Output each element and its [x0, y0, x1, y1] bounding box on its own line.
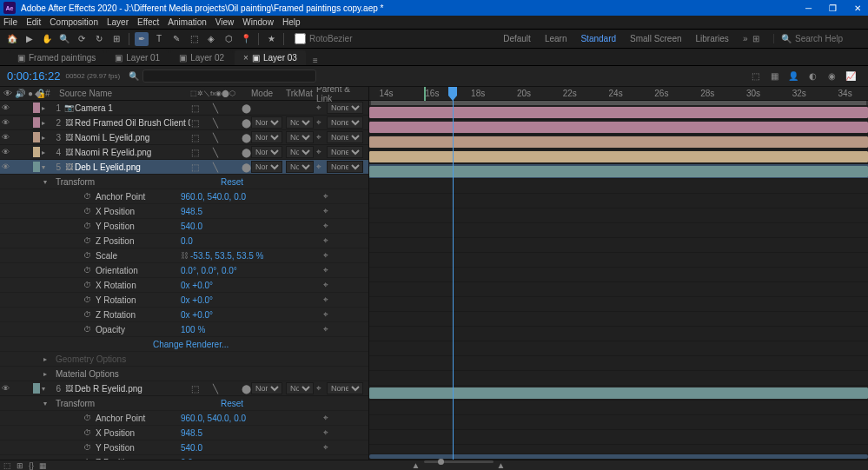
visibility-toggle[interactable]: 👁	[2, 384, 10, 393]
help-search-input[interactable]	[795, 34, 865, 43]
rotation-tool[interactable]: ↻	[92, 32, 106, 46]
source-name-header[interactable]: Source Name	[56, 89, 190, 98]
property-value[interactable]: 0.0	[181, 236, 323, 246]
geometry-group[interactable]: Geometry Options	[52, 354, 368, 364]
change-renderer-link[interactable]: Change Renderer...	[153, 340, 368, 349]
tab-framed-paintings[interactable]: ▣Framed paintings	[9, 50, 104, 65]
timeline-zoom-slider[interactable]: ▲ ▲	[52, 460, 865, 470]
pickwhip-icon[interactable]: ⌖	[316, 383, 325, 394]
selection-tool[interactable]: ▶	[23, 32, 36, 46]
tab-layer-03[interactable]: ×▣Layer 03	[235, 50, 306, 65]
menu-animation[interactable]: Animation	[168, 17, 206, 27]
pen-tool[interactable]: ✒	[135, 32, 149, 46]
timeline-panel[interactable]: 14s16s18s20s22s24s26s28s30s32s34s	[369, 87, 868, 460]
property-value[interactable]: 0.0°, 0.0°, 0.0°	[181, 266, 323, 275]
property-value[interactable]: 0x +0.0°	[181, 310, 323, 320]
property-value[interactable]: -53.5, 53.5, 53.5 %	[190, 251, 323, 261]
material-group[interactable]: Material Options	[52, 369, 368, 379]
layer-switches[interactable]: ⬚╲⬤	[190, 148, 251, 157]
twirl-icon[interactable]: ▸	[43, 370, 52, 378]
brush-tool[interactable]: ✎	[169, 32, 183, 46]
pickwhip-icon[interactable]: ⌖	[323, 295, 334, 305]
layer-switches[interactable]: ⬚╲⬤	[190, 133, 251, 142]
shape-tool[interactable]: ★	[264, 32, 278, 46]
dropdown[interactable]: None	[286, 146, 314, 158]
shy-button[interactable]: 👤	[786, 70, 800, 83]
property-value[interactable]: 960.0, 540.0, 0.0	[181, 414, 323, 423]
twirl-icon[interactable]: ▸	[42, 104, 50, 112]
layer-switches[interactable]: ⬚╲⬤	[190, 118, 251, 128]
layer-duration-bar[interactable]	[369, 166, 868, 177]
close-window-button[interactable]: ✕	[851, 3, 865, 13]
link-icon[interactable]: ⛓	[181, 251, 189, 260]
layer-switches[interactable]: ⬚╲⬤	[190, 162, 251, 172]
zoom-out-icon[interactable]: ▲	[412, 460, 421, 470]
graph-editor-button[interactable]: 📈	[844, 70, 858, 83]
draft3d-button[interactable]: ▦	[767, 70, 781, 83]
layer-name[interactable]: Deb R Eyelid.png	[75, 384, 190, 394]
property-value[interactable]: 0x +0.0°	[181, 281, 323, 290]
minimize-button[interactable]: ─	[802, 3, 815, 13]
transform-group[interactable]: Transform	[52, 177, 195, 187]
label-color[interactable]	[33, 383, 40, 394]
twirl-icon[interactable]: ▸	[42, 134, 50, 142]
stopwatch-icon[interactable]: ⏱	[83, 266, 94, 275]
label-color[interactable]	[33, 103, 40, 113]
tab-layer-01[interactable]: ▣Layer 01	[106, 50, 169, 65]
render-queue-button[interactable]: ▦	[39, 461, 47, 470]
twirl-icon[interactable]: ▾	[43, 178, 52, 186]
label-color[interactable]	[33, 117, 40, 128]
camera-tool[interactable]: ⊞	[109, 32, 123, 46]
property-value[interactable]: 0x +0.0°	[181, 295, 323, 305]
visibility-toggle[interactable]: 👁	[2, 118, 10, 127]
layer-duration-bar[interactable]	[369, 136, 868, 148]
menu-effect[interactable]: Effect	[137, 17, 159, 27]
property-value[interactable]: 948.5	[181, 207, 323, 216]
twirl-icon[interactable]: ▾	[43, 400, 52, 407]
dropdown[interactable]: None	[286, 161, 314, 173]
pickwhip-icon[interactable]: ⌖	[323, 442, 334, 453]
stopwatch-icon[interactable]: ⏱	[83, 207, 94, 215]
label-color[interactable]	[33, 147, 40, 157]
label-color[interactable]	[33, 162, 40, 172]
dropdown[interactable]: Normal	[251, 116, 282, 129]
menu-window[interactable]: Window	[242, 17, 274, 27]
reset-workspace-button[interactable]: ⊞	[752, 34, 759, 43]
cti-playhead[interactable]	[448, 87, 457, 101]
pickwhip-icon[interactable]: ⌖	[323, 206, 334, 216]
dropdown[interactable]: Normal	[251, 382, 282, 394]
pickwhip-icon[interactable]: ⌖	[316, 103, 325, 113]
toggle-switches-button[interactable]: ⬚	[3, 461, 11, 470]
property-value[interactable]: 948.5	[181, 428, 323, 438]
stopwatch-icon[interactable]: ⏱	[83, 222, 94, 230]
menu-file[interactable]: File	[3, 17, 17, 27]
hand-tool[interactable]: ✋	[40, 32, 54, 46]
dropdown[interactable]: None	[327, 102, 363, 114]
layer-duration-bar[interactable]	[369, 387, 868, 399]
puppet-tool[interactable]: 📍	[239, 32, 253, 46]
rotobezier-checkbox[interactable]	[295, 33, 306, 44]
menu-edit[interactable]: Edit	[26, 17, 41, 27]
pickwhip-icon[interactable]: ⌖	[323, 265, 334, 275]
stopwatch-icon[interactable]: ⏱	[83, 192, 94, 201]
orbit-tool[interactable]: ⟳	[75, 32, 89, 46]
motion-blur-button[interactable]: ◉	[825, 70, 838, 83]
layer-duration-bar[interactable]	[369, 151, 868, 162]
layer-name[interactable]: Red Framed Oil Brush Client 03.png	[75, 118, 190, 128]
pickwhip-icon[interactable]: ⌖	[316, 162, 325, 172]
twirl-icon[interactable]: ▾	[42, 385, 50, 393]
menu-composition[interactable]: Composition	[50, 17, 98, 27]
toggle-in-out-button[interactable]: {}	[29, 461, 34, 470]
dropdown[interactable]: None	[327, 146, 363, 158]
twirl-icon[interactable]: ▾	[42, 163, 50, 171]
layer-switches[interactable]: ⬚╲⬤	[190, 384, 251, 394]
clone-tool[interactable]: ⬚	[187, 32, 201, 46]
workspace-standard[interactable]: Standard	[580, 34, 616, 43]
dropdown[interactable]: Normal	[251, 161, 282, 173]
layer-name[interactable]: Camera 1	[75, 103, 190, 113]
dropdown[interactable]: None	[286, 116, 314, 129]
layer-name[interactable]: Deb L Eyelid.png	[75, 162, 190, 172]
current-timecode[interactable]: 0:00:16:22	[7, 70, 60, 83]
eraser-tool[interactable]: ◈	[204, 32, 218, 46]
property-value[interactable]: 540.0	[181, 443, 323, 453]
